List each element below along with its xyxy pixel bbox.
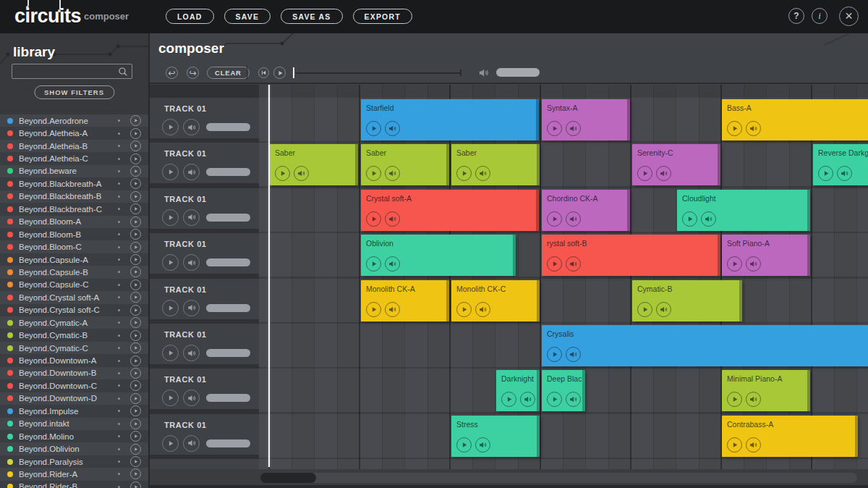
clip-play-button[interactable] xyxy=(456,302,472,317)
library-item[interactable]: Beyond.Bloom-A xyxy=(0,216,148,228)
preview-play-button[interactable] xyxy=(130,444,141,455)
library-item[interactable]: Beyond.Downtown-D xyxy=(0,392,148,405)
library-item[interactable]: Beyond.Bloom-C xyxy=(0,240,148,253)
track-volume-slider[interactable] xyxy=(206,439,250,447)
library-item[interactable]: Beyond.Aletheia-A xyxy=(0,127,148,139)
save-as-button[interactable]: SAVE AS xyxy=(281,9,342,24)
timeline-clip[interactable]: Crysalis xyxy=(542,325,868,366)
clip-mute-button[interactable] xyxy=(294,166,309,181)
timeline-clip[interactable]: rystal soft-B xyxy=(542,235,720,276)
preview-play-button[interactable] xyxy=(130,229,141,240)
preview-play-button[interactable] xyxy=(130,418,141,429)
preview-play-button[interactable] xyxy=(130,191,141,202)
library-item[interactable]: Beyond.Aletheia-C xyxy=(0,152,148,164)
library-item[interactable]: Beyond.Molino xyxy=(0,430,148,442)
clip-mute-button[interactable] xyxy=(746,437,761,453)
clip-mute-button[interactable] xyxy=(701,211,716,227)
clip-play-button[interactable] xyxy=(275,166,290,181)
preview-play-button[interactable] xyxy=(130,405,141,416)
clip-mute-button[interactable] xyxy=(566,121,581,136)
info-button[interactable]: i xyxy=(812,8,827,24)
track-play-button[interactable] xyxy=(162,119,179,135)
preview-play-button[interactable] xyxy=(130,203,141,214)
track-volume-slider[interactable] xyxy=(206,304,250,312)
clip-play-button[interactable] xyxy=(547,256,562,272)
timeline-grid[interactable]: Starfield Syntax-A Bass-A xyxy=(259,85,868,469)
clip-mute-button[interactable] xyxy=(837,166,852,181)
search-input[interactable] xyxy=(12,64,132,79)
clip-play-button[interactable] xyxy=(456,437,472,453)
library-item[interactable]: Beyond.intakt xyxy=(0,418,148,430)
preview-play-button[interactable] xyxy=(130,279,141,290)
library-item[interactable]: Beyond.Rider-B xyxy=(0,481,148,488)
clip-play-button[interactable] xyxy=(637,166,652,181)
timeline-clip[interactable]: Serenity-C xyxy=(632,144,720,185)
preview-play-button[interactable] xyxy=(130,456,141,467)
timeline-clip[interactable]: Monolith CK-A xyxy=(361,280,449,321)
library-item[interactable]: Beyond.Blackbreath-C xyxy=(0,203,148,215)
timeline-clip[interactable]: Minimal Piano-A xyxy=(722,370,810,411)
library-item[interactable]: Beyond.Impulse xyxy=(0,405,148,417)
track-mute-button[interactable] xyxy=(183,209,200,226)
timeline-clip[interactable]: Stress xyxy=(451,416,540,457)
preview-play-button[interactable] xyxy=(130,368,141,379)
library-item[interactable]: Beyond.Downtown-B xyxy=(0,367,148,379)
preview-play-button[interactable] xyxy=(130,330,141,341)
clip-mute-button[interactable] xyxy=(566,211,581,227)
timeline-clip[interactable]: Contrabass-A xyxy=(722,416,858,457)
library-item[interactable]: Beyond.Blackbreath-A xyxy=(0,177,148,190)
timeline-clip[interactable]: Saber xyxy=(270,144,358,185)
clip-play-button[interactable] xyxy=(501,392,516,407)
clip-play-button[interactable] xyxy=(366,211,381,227)
timeline-clip[interactable]: Soft Piano-A xyxy=(722,235,810,276)
show-filters-button[interactable]: SHOW FILTERS xyxy=(34,85,114,99)
preview-play-button[interactable] xyxy=(130,317,141,328)
preview-play-button[interactable] xyxy=(130,166,141,177)
preview-play-button[interactable] xyxy=(130,292,141,303)
preview-play-button[interactable] xyxy=(130,266,141,277)
library-item[interactable]: Beyond.Paralysis xyxy=(0,455,148,468)
library-item[interactable]: Beyond.Bloom-B xyxy=(0,228,148,240)
skip-to-start-button[interactable] xyxy=(258,67,269,78)
clip-mute-button[interactable] xyxy=(385,256,400,272)
track-mute-button[interactable] xyxy=(183,435,200,452)
track-volume-slider[interactable] xyxy=(206,258,250,266)
clip-play-button[interactable] xyxy=(547,211,562,227)
preview-play-button[interactable] xyxy=(130,178,141,189)
timeline-clip[interactable]: Cymatic-B xyxy=(632,280,742,321)
clip-mute-button[interactable] xyxy=(566,256,581,272)
clip-play-button[interactable] xyxy=(366,256,381,272)
preview-play-button[interactable] xyxy=(130,393,141,404)
preview-play-button[interactable] xyxy=(130,254,141,265)
load-button[interactable]: LOAD xyxy=(166,9,214,24)
preview-play-button[interactable] xyxy=(130,380,141,391)
clip-play-button[interactable] xyxy=(727,256,742,272)
track-mute-button[interactable] xyxy=(183,254,200,271)
clear-button[interactable]: CLEAR xyxy=(207,67,250,79)
preview-play-button[interactable] xyxy=(130,431,141,442)
library-item[interactable]: Beyond.Downtown-C xyxy=(0,379,148,392)
clip-mute-button[interactable] xyxy=(475,302,490,317)
clip-mute-button[interactable] xyxy=(385,302,400,317)
clip-play-button[interactable] xyxy=(682,211,697,227)
timeline-clip[interactable]: Saber xyxy=(451,144,540,185)
clip-mute-button[interactable] xyxy=(385,211,400,227)
preview-play-button[interactable] xyxy=(130,153,141,164)
clip-play-button[interactable] xyxy=(727,437,742,453)
track-volume-slider[interactable] xyxy=(206,349,250,357)
timeline-clip[interactable]: Cloudlight xyxy=(677,190,810,231)
timeline-scrubber-handle[interactable] xyxy=(293,67,294,78)
timeline-clip[interactable]: Bass-A xyxy=(722,99,868,140)
clip-mute-button[interactable] xyxy=(385,166,400,181)
track-play-button[interactable] xyxy=(162,390,179,406)
clip-play-button[interactable] xyxy=(547,392,562,407)
preview-play-button[interactable] xyxy=(130,342,141,353)
library-item[interactable]: Beyond.Cymatic-B xyxy=(0,329,148,341)
clip-mute-button[interactable] xyxy=(475,437,490,453)
library-item[interactable]: Beyond.Cymatic-C xyxy=(0,342,148,354)
clip-mute-button[interactable] xyxy=(475,166,490,181)
clip-mute-button[interactable] xyxy=(656,302,671,317)
timeline-clip[interactable]: Syntax-A xyxy=(542,99,630,140)
library-item[interactable]: Beyond.Capsule-B xyxy=(0,266,148,278)
timeline-clip[interactable]: Chordino CK-A xyxy=(542,190,630,231)
